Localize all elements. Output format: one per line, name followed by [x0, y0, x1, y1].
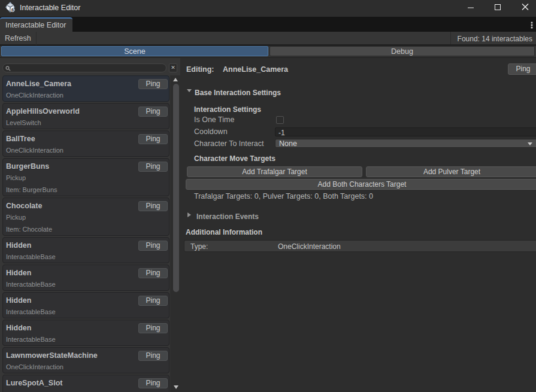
svg-text:6: 6	[11, 7, 14, 13]
